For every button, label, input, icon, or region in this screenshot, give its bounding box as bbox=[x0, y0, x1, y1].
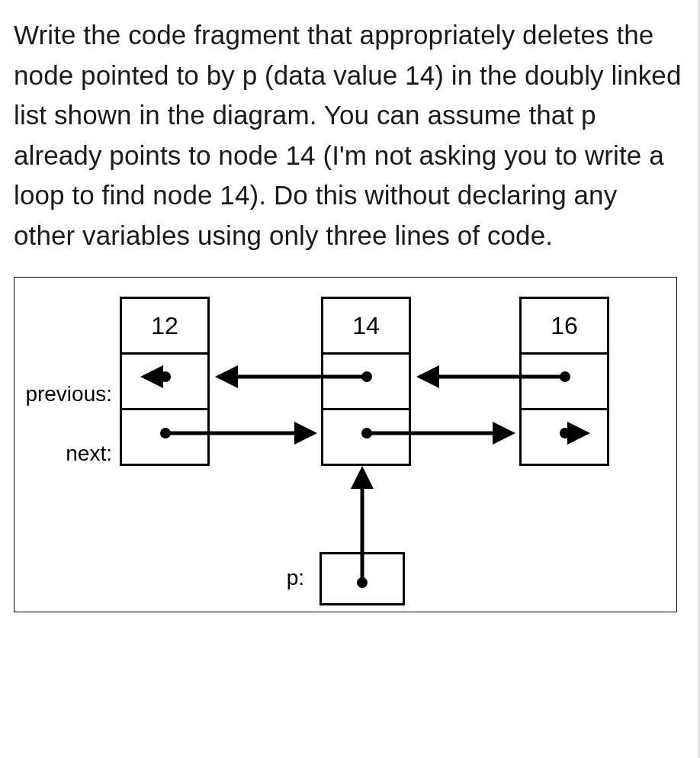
dot-icon bbox=[357, 577, 368, 588]
node-12-data: 12 bbox=[122, 299, 207, 355]
label-next: next: bbox=[30, 442, 112, 466]
node-16-previous bbox=[522, 355, 607, 410]
question-text: Write the code fragment that appropriate… bbox=[14, 15, 682, 255]
dot-icon bbox=[361, 371, 372, 382]
node-14-data: 14 bbox=[323, 299, 409, 355]
dot-icon bbox=[160, 428, 171, 438]
page-container: Write the code fragment that appropriate… bbox=[0, 0, 700, 758]
node-12-previous bbox=[122, 355, 207, 410]
dot-icon bbox=[560, 371, 570, 382]
node-16-data: 16 bbox=[522, 299, 607, 355]
dot-icon bbox=[560, 428, 570, 438]
dot-icon bbox=[160, 371, 171, 382]
label-previous: previous: bbox=[13, 382, 112, 406]
node-14-previous bbox=[323, 355, 409, 410]
linked-list-diagram: previous: next: p: 12 14 16 bbox=[14, 277, 677, 612]
label-p: p: bbox=[274, 566, 304, 590]
dot-icon bbox=[361, 428, 372, 438]
